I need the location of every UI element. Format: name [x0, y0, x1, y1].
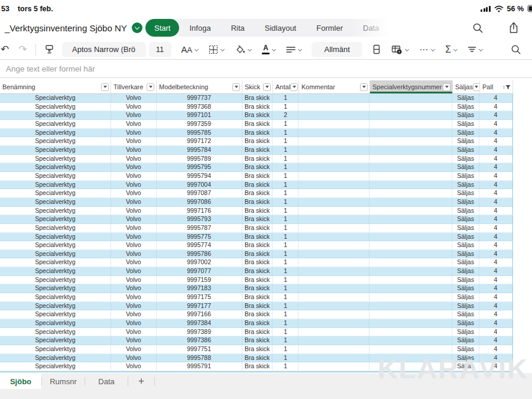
cell[interactable]: 9995784 — [157, 146, 242, 155]
cell[interactable] — [369, 215, 452, 224]
cell[interactable]: Bra skick — [242, 336, 273, 345]
cell[interactable] — [369, 120, 452, 129]
cell[interactable]: Säljas — [452, 284, 479, 293]
cell[interactable]: 4 — [479, 198, 512, 207]
cell[interactable]: Säljas — [452, 215, 479, 224]
cell[interactable]: Volvo — [111, 258, 157, 267]
cell[interactable] — [369, 276, 452, 285]
cell[interactable] — [299, 241, 369, 250]
cell[interactable]: Volvo — [111, 181, 157, 190]
cell[interactable]: 4 — [479, 284, 512, 293]
cell[interactable]: 1 — [273, 103, 299, 112]
cell[interactable] — [299, 258, 369, 267]
cell[interactable]: 9997101 — [157, 111, 242, 120]
cell[interactable]: 1 — [273, 241, 299, 250]
cell[interactable]: 9997737 — [157, 94, 242, 103]
cell[interactable]: 4 — [479, 310, 512, 319]
cell[interactable]: 1 — [273, 198, 299, 207]
cell[interactable]: Bra skick — [242, 293, 273, 302]
cell[interactable]: 9995775 — [157, 233, 242, 242]
cell[interactable] — [299, 137, 369, 146]
cell[interactable] — [369, 302, 452, 311]
cell[interactable] — [369, 172, 452, 181]
cell[interactable]: Volvo — [111, 224, 157, 233]
cell[interactable]: Bra skick — [242, 267, 273, 276]
cell[interactable] — [299, 120, 369, 129]
undo-button[interactable]: ↶ — [0, 44, 14, 54]
cell[interactable]: 4 — [479, 302, 512, 311]
cell[interactable]: 1 — [273, 328, 299, 337]
cell[interactable]: Volvo — [111, 215, 157, 224]
cell[interactable]: 9997175 — [157, 293, 242, 302]
cell[interactable] — [299, 328, 369, 337]
cell[interactable]: 1 — [273, 267, 299, 276]
cell[interactable]: Säljas — [452, 111, 479, 120]
cell[interactable]: Bra skick — [242, 198, 273, 207]
cell[interactable]: 4 — [479, 129, 512, 138]
cell[interactable]: Specialverktyg — [0, 354, 111, 363]
cell[interactable]: Säljas — [452, 189, 479, 198]
cell[interactable]: Volvo — [111, 293, 157, 302]
cell[interactable]: Specialverktyg — [0, 284, 111, 293]
cell[interactable]: 9997166 — [157, 310, 242, 319]
cell[interactable]: Specialverktyg — [0, 233, 111, 242]
cell[interactable]: 4 — [479, 172, 512, 181]
cell[interactable]: 4 — [479, 224, 512, 233]
cell[interactable]: Specialverktyg — [0, 94, 111, 103]
cell[interactable] — [369, 250, 452, 259]
cell[interactable]: 4 — [479, 258, 512, 267]
cell[interactable]: 1 — [273, 284, 299, 293]
cell[interactable]: Säljas — [452, 155, 479, 164]
cell[interactable]: Specialverktyg — [0, 129, 111, 138]
cell[interactable]: Specialverktyg — [0, 137, 111, 146]
cell[interactable]: 4 — [479, 276, 512, 285]
cell[interactable]: 4 — [479, 345, 512, 354]
alignment-button[interactable] — [281, 46, 307, 54]
cell[interactable]: Specialverktyg — [0, 336, 111, 345]
cell[interactable] — [369, 293, 452, 302]
cell[interactable]: 1 — [273, 163, 299, 172]
cell[interactable]: Bra skick — [242, 163, 273, 172]
share-icon[interactable] — [504, 22, 524, 34]
column-header-tillverkare[interactable]: Tillverkare — [111, 80, 157, 94]
cell[interactable] — [299, 129, 369, 138]
cell[interactable]: Säljas — [452, 172, 479, 181]
cell[interactable]: 4 — [479, 120, 512, 129]
font-name-select[interactable]: Aptos Narrow (Brö — [62, 42, 146, 57]
cell[interactable]: Säljas — [452, 354, 479, 363]
cell[interactable]: Volvo — [111, 146, 157, 155]
cell[interactable]: 9997177 — [157, 302, 242, 311]
cell[interactable]: Specialverktyg — [0, 276, 111, 285]
cell[interactable]: 4 — [479, 94, 512, 103]
cell[interactable]: 9995793 — [157, 215, 242, 224]
cell[interactable]: Bra skick — [242, 207, 273, 216]
cell[interactable] — [369, 241, 452, 250]
cell[interactable] — [369, 94, 452, 103]
cell[interactable] — [299, 224, 369, 233]
cell[interactable]: 1 — [273, 336, 299, 345]
cell[interactable] — [369, 181, 452, 190]
cell[interactable]: Bra skick — [242, 155, 273, 164]
cell[interactable]: 1 — [273, 155, 299, 164]
cell[interactable]: Volvo — [111, 345, 157, 354]
cell[interactable]: Bra skick — [242, 111, 273, 120]
cell[interactable]: 9997751 — [157, 345, 242, 354]
find-icon[interactable] — [506, 44, 526, 55]
cell[interactable] — [299, 215, 369, 224]
cell[interactable]: 2 — [273, 111, 299, 120]
cell[interactable]: 1 — [273, 354, 299, 363]
cell[interactable] — [299, 362, 369, 371]
cell[interactable]: Bra skick — [242, 319, 273, 328]
cell[interactable] — [369, 354, 452, 363]
cell[interactable]: Bra skick — [242, 224, 273, 233]
cell[interactable] — [369, 336, 452, 345]
ribbon-tab-formler[interactable]: Formler — [306, 19, 353, 37]
cell[interactable]: Bra skick — [242, 258, 273, 267]
cell[interactable]: Säljas — [452, 267, 479, 276]
cell[interactable] — [299, 284, 369, 293]
ribbon-tab-data[interactable]: Data — [353, 19, 389, 37]
cell[interactable] — [299, 181, 369, 190]
ribbon-tab-infoga[interactable]: Infoga — [179, 19, 220, 37]
cell[interactable]: Bra skick — [242, 241, 273, 250]
cell[interactable]: 1 — [273, 276, 299, 285]
